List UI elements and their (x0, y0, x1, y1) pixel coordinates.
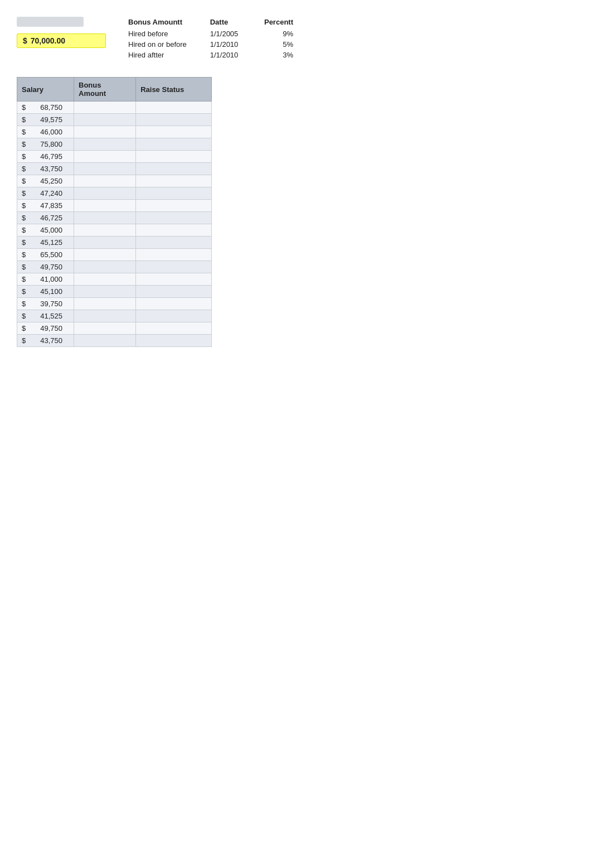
bonus-amount-14 (74, 273, 136, 286)
raise-status-2 (136, 126, 212, 138)
bonus-row-2: Hired on or before 1/1/2010 5% (128, 39, 307, 50)
raise-status-6 (136, 175, 212, 187)
data-table-wrapper: Salary BonusAmount Raise Status $68,750$… (17, 77, 575, 347)
raise-status-7 (136, 187, 212, 200)
th-raise: Raise Status (136, 78, 212, 102)
bonus-amount-6 (74, 175, 136, 187)
salary-dollar-13: $ (17, 261, 27, 273)
raise-status-4 (136, 151, 212, 163)
bonus-amount-5 (74, 163, 136, 175)
table-row: $49,750 (17, 322, 212, 335)
raise-status-5 (136, 163, 212, 175)
table-row: $46,000 (17, 126, 212, 138)
salary-value-4: 46,795 (27, 151, 74, 163)
bonus-amount-13 (74, 261, 136, 273)
salary-dollar-15: $ (17, 286, 27, 298)
bonus-amount-4 (74, 151, 136, 163)
bonus-amount-0 (74, 102, 136, 114)
col-header-date: Datte (210, 17, 255, 28)
salary-dollar-9: $ (17, 212, 27, 224)
table-row: $41,525 (17, 310, 212, 322)
raise-status-10 (136, 224, 212, 237)
bonus-amount-16 (74, 298, 136, 310)
highlight-cell: $ 70,000.00 (17, 33, 106, 48)
salary-dollar-19: $ (17, 335, 27, 347)
salary-dollar-12: $ (17, 249, 27, 261)
salary-dollar-6: $ (17, 175, 27, 187)
raise-status-17 (136, 310, 212, 322)
raise-status-16 (136, 298, 212, 310)
salary-dollar-3: $ (17, 138, 27, 151)
salary-value-10: 45,000 (27, 224, 74, 237)
salary-value-11: 45,125 (27, 237, 74, 249)
highlight-value: 70,000.00 (31, 36, 65, 45)
table-row: $43,750 (17, 163, 212, 175)
raise-status-9 (136, 212, 212, 224)
raise-status-19 (136, 335, 212, 347)
table-row: $41,000 (17, 273, 212, 286)
blurred-bar (17, 17, 84, 27)
bonus-date-1: 1/1/2005 (210, 28, 255, 39)
bonus-amount-10 (74, 224, 136, 237)
bonus-amount-9 (74, 212, 136, 224)
salary-dollar-7: $ (17, 187, 27, 200)
bonus-amount-1 (74, 114, 136, 126)
raise-status-8 (136, 200, 212, 212)
salary-dollar-5: $ (17, 163, 27, 175)
salary-value-6: 45,250 (27, 175, 74, 187)
table-header-row: Salary BonusAmount Raise Status (17, 78, 212, 102)
salary-table: Salary BonusAmount Raise Status $68,750$… (17, 77, 212, 347)
bonus-date-3: 1/1/2010 (210, 50, 255, 60)
raise-status-14 (136, 273, 212, 286)
salary-value-9: 46,725 (27, 212, 74, 224)
raise-status-0 (136, 102, 212, 114)
left-panel: $ 70,000.00 (17, 17, 106, 48)
salary-dollar-16: $ (17, 298, 27, 310)
bonus-label-3: Hired aftter (128, 50, 210, 60)
raise-status-15 (136, 286, 212, 298)
bonus-amount-19 (74, 335, 136, 347)
table-row: $49,750 (17, 261, 212, 273)
raise-status-18 (136, 322, 212, 335)
bonus-label-1: Hired before (128, 28, 210, 39)
bonus-amount-8 (74, 200, 136, 212)
salary-value-8: 47,835 (27, 200, 74, 212)
salary-dollar-8: $ (17, 200, 27, 212)
table-row: $43,750 (17, 335, 212, 347)
table-row: $49,575 (17, 114, 212, 126)
table-row: $47,240 (17, 187, 212, 200)
bonus-row-3: Hired aftter 1/1/2010 3% (128, 50, 307, 60)
bonus-amount-11 (74, 237, 136, 249)
salary-value-7: 47,240 (27, 187, 74, 200)
col-header-bonus-amount: Bonus Amountt (128, 17, 210, 28)
salary-value-2: 46,000 (27, 126, 74, 138)
th-bonus: BonusAmount (74, 78, 136, 102)
table-row: $45,125 (17, 237, 212, 249)
salary-dollar-1: $ (17, 114, 27, 126)
table-row: $75,800 (17, 138, 212, 151)
bonus-amount-15 (74, 286, 136, 298)
bonus-amount-2 (74, 126, 136, 138)
salary-dollar-17: $ (17, 310, 27, 322)
table-row: $45,250 (17, 175, 212, 187)
bonus-info-table: Bonus Amountt Datte Percentt Hired befor… (128, 17, 307, 60)
salary-value-17: 41,525 (27, 310, 74, 322)
salary-value-1: 49,575 (27, 114, 74, 126)
table-row: $45,000 (17, 224, 212, 237)
table-row: $46,795 (17, 151, 212, 163)
col-header-percent: Percentt (255, 17, 307, 28)
top-section: $ 70,000.00 Bonus Amountt Datte Percentt… (17, 17, 575, 60)
salary-value-13: 49,750 (27, 261, 74, 273)
table-row: $65,500 (17, 249, 212, 261)
bonus-date-2: 1/1/2010 (210, 39, 255, 50)
table-row: $45,100 (17, 286, 212, 298)
bonus-amount-12 (74, 249, 136, 261)
salary-dollar-2: $ (17, 126, 27, 138)
salary-value-14: 41,000 (27, 273, 74, 286)
bonus-amount-7 (74, 187, 136, 200)
table-row: $39,750 (17, 298, 212, 310)
salary-dollar-4: $ (17, 151, 27, 163)
salary-value-12: 65,500 (27, 249, 74, 261)
salary-value-15: 45,100 (27, 286, 74, 298)
salary-dollar-0: $ (17, 102, 27, 114)
